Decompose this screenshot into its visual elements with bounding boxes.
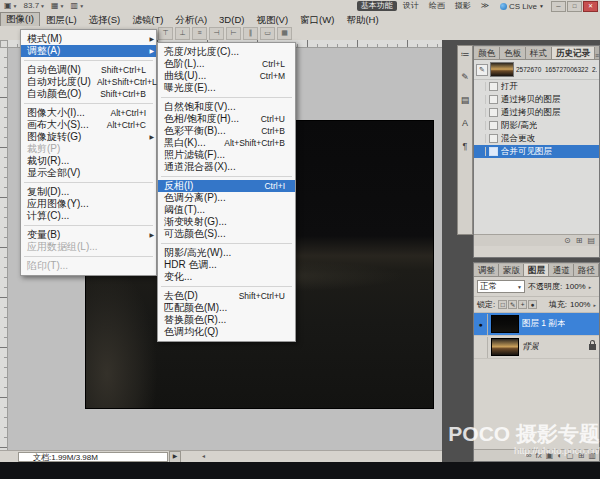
- panel-menu-icon[interactable]: ≡: [595, 52, 600, 59]
- layers-footer-icon[interactable]: fx: [536, 451, 542, 460]
- visibility-toggle[interactable]: [474, 337, 488, 358]
- history-state-row[interactable]: 打开: [474, 80, 599, 93]
- menu-item[interactable]: [161, 243, 292, 244]
- menu-bar-item[interactable]: 3D(D): [213, 13, 250, 26]
- menu-item[interactable]: 曲线(U)... Ctrl+M: [158, 70, 295, 82]
- options-bar-icon[interactable]: ⊤: [158, 27, 173, 40]
- panel-tab[interactable]: 路径: [574, 264, 599, 276]
- menu-item[interactable]: 照片滤镜(F)...: [158, 149, 295, 161]
- menu-bar-item[interactable]: 选择(S): [83, 13, 127, 26]
- layers-footer-icon[interactable]: ▣: [546, 451, 554, 460]
- layers-footer-icon[interactable]: ⊞: [578, 451, 585, 460]
- panel-tab[interactable]: 历史记录: [552, 47, 595, 59]
- dock-panel-icon[interactable]: ≔: [461, 50, 470, 59]
- dock-panel-icon[interactable]: ¶: [463, 142, 468, 151]
- app-bar-tool[interactable]: ▥ ▼: [71, 2, 85, 10]
- history-state-row[interactable]: 混合更改: [474, 132, 599, 145]
- menu-item[interactable]: 模式(M) ▶: [21, 33, 156, 45]
- menu-item[interactable]: 反相(I) Ctrl+I: [158, 180, 295, 192]
- lock-toggle-icon[interactable]: □: [498, 300, 507, 309]
- menu-item[interactable]: 黑白(K)... Alt+Shift+Ctrl+B: [158, 137, 295, 149]
- history-snapshot-row[interactable]: ✎ 2572670_165727006322_2.jpg: [474, 60, 599, 80]
- fill-value[interactable]: 100%: [570, 300, 590, 309]
- workspace-button[interactable]: 摄影: [451, 1, 475, 11]
- history-brush-box[interactable]: [476, 121, 486, 130]
- panel-tab[interactable]: 通道: [549, 264, 574, 276]
- menu-item[interactable]: 阴影/高光(W)...: [158, 247, 295, 259]
- menu-bar-item[interactable]: 图像(I): [0, 12, 40, 27]
- history-brush-box[interactable]: [476, 95, 486, 104]
- menu-item[interactable]: 陷印(T)...: [21, 260, 156, 272]
- panel-tab[interactable]: 蒙版: [499, 264, 524, 276]
- options-bar-icon[interactable]: ▦: [277, 27, 292, 40]
- layers-footer-icon[interactable]: ∞: [526, 451, 532, 460]
- panel-tab[interactable]: 图层: [524, 264, 549, 276]
- history-brush-box[interactable]: [476, 108, 486, 117]
- menu-item[interactable]: 画布大小(S)... Alt+Ctrl+C: [21, 119, 156, 131]
- history-brush-source-icon[interactable]: ✎: [476, 64, 488, 76]
- history-footer-icon[interactable]: ▤: [587, 236, 595, 245]
- menu-item[interactable]: [161, 97, 292, 98]
- menu-item[interactable]: 自然饱和度(V)...: [158, 101, 295, 113]
- menu-item[interactable]: 亮度/对比度(C)...: [158, 46, 295, 58]
- history-state-row[interactable]: 通过拷贝的图层: [474, 106, 599, 119]
- menu-item[interactable]: 阈值(T)...: [158, 204, 295, 216]
- menu-item[interactable]: 色调分离(P)...: [158, 192, 295, 204]
- menu-item[interactable]: 图像旋转(G) ▶: [21, 131, 156, 143]
- options-bar-icon[interactable]: ∥: [243, 27, 258, 40]
- history-footer-icon[interactable]: ⊞: [576, 236, 583, 245]
- menu-item[interactable]: 渐变映射(G)...: [158, 216, 295, 228]
- menu-item[interactable]: 曝光度(E)...: [158, 82, 295, 94]
- app-bar-tool[interactable]: ▦ ▼: [51, 2, 65, 10]
- menu-item[interactable]: [24, 225, 153, 226]
- layer-name[interactable]: 图层 1 副本: [522, 318, 565, 330]
- workspace-button[interactable]: ≫: [477, 1, 493, 11]
- menu-item[interactable]: 色调均化(Q): [158, 326, 295, 338]
- workspace-button[interactable]: 绘画: [425, 1, 449, 11]
- menu-item[interactable]: 通道混合器(X)...: [158, 161, 295, 173]
- scroll-left-icon[interactable]: ◂: [199, 452, 208, 461]
- workspace-button[interactable]: 基本功能: [357, 1, 397, 11]
- menu-item[interactable]: 自动色调(N) Shift+Ctrl+L: [21, 64, 156, 76]
- menu-item[interactable]: [24, 103, 153, 104]
- history-state-row[interactable]: 阴影/高光: [474, 119, 599, 132]
- options-bar-icon[interactable]: ≡: [192, 27, 207, 40]
- window-control-button[interactable]: ✕: [583, 1, 598, 12]
- menu-item[interactable]: 裁切(R)...: [21, 155, 156, 167]
- history-brush-box[interactable]: [476, 82, 486, 91]
- panel-tab[interactable]: 样式: [526, 47, 552, 59]
- layer-row[interactable]: ● 图层 1 副本: [474, 313, 599, 336]
- menu-bar-item[interactable]: 视图(V): [250, 13, 294, 26]
- workspace-button[interactable]: 设计: [399, 1, 423, 11]
- dock-panel-icon[interactable]: ✎: [461, 73, 469, 82]
- menu-item[interactable]: [161, 286, 292, 287]
- menu-bar-item[interactable]: 分析(A): [169, 13, 213, 26]
- menu-item[interactable]: 图像大小(I)... Alt+Ctrl+I: [21, 107, 156, 119]
- layer-name[interactable]: 背景: [522, 341, 539, 353]
- menu-item[interactable]: 显示全部(V): [21, 167, 156, 179]
- menu-item[interactable]: 去色(D) Shift+Ctrl+U: [158, 290, 295, 302]
- lock-toggle-icon[interactable]: ✎: [508, 300, 517, 309]
- layers-footer-icon[interactable]: ▥: [588, 451, 596, 460]
- window-control-button[interactable]: □: [567, 1, 582, 12]
- visibility-toggle[interactable]: ●: [474, 314, 488, 335]
- dock-panel-icon[interactable]: ▤: [461, 96, 470, 105]
- layers-footer-icon[interactable]: ▢: [566, 451, 574, 460]
- status-expand-button[interactable]: ▶: [169, 451, 181, 463]
- spinner-arrow-icon[interactable]: ▸: [593, 302, 596, 308]
- dock-panel-icon[interactable]: A: [462, 119, 468, 128]
- menu-item[interactable]: 色阶(L)... Ctrl+L: [158, 58, 295, 70]
- menu-item[interactable]: 调整(A) ▶: [21, 45, 156, 57]
- menu-item[interactable]: 匹配颜色(M)...: [158, 302, 295, 314]
- app-bar-tool[interactable]: ▣ ▼: [4, 2, 18, 10]
- opacity-value[interactable]: 100%: [565, 282, 585, 291]
- layers-footer-icon[interactable]: ◐: [557, 451, 562, 460]
- menu-bar-item[interactable]: 图层(L): [40, 13, 83, 26]
- menu-item[interactable]: [161, 176, 292, 177]
- options-bar-icon[interactable]: ⊥: [175, 27, 190, 40]
- menu-item[interactable]: 色相/饱和度(H)... Ctrl+U: [158, 113, 295, 125]
- menu-item[interactable]: 应用数据组(L)...: [21, 241, 156, 253]
- menu-bar-item[interactable]: 帮助(H): [340, 13, 384, 26]
- menu-bar-item[interactable]: 滤镜(T): [126, 13, 169, 26]
- menu-item[interactable]: 替换颜色(R)...: [158, 314, 295, 326]
